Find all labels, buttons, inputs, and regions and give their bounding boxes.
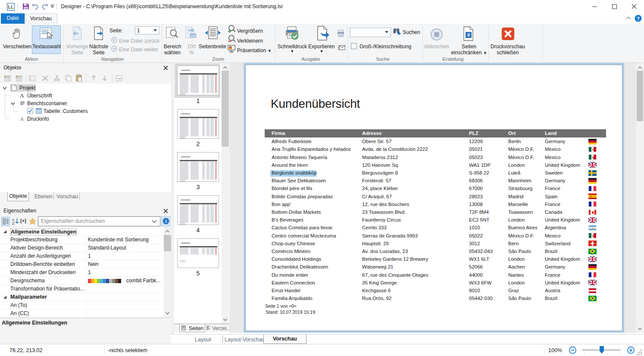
svg-text:100: 100 (191, 34, 196, 38)
svg-text:i: i (165, 219, 166, 224)
svg-text:Z: Z (12, 221, 14, 225)
svg-text:?: ? (637, 16, 640, 21)
svg-text:#: # (467, 32, 470, 37)
svg-text:LL: LL (8, 4, 14, 9)
